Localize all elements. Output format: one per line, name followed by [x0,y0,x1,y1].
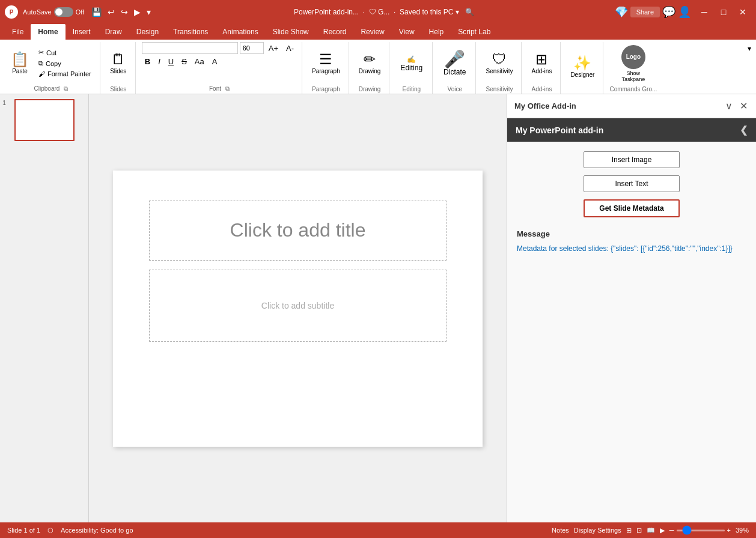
ribbon-expand[interactable]: ▾ [745,42,754,94]
sensitivity-group: 🛡 Sensitivity Sensitivity [477,42,522,94]
minimize-button[interactable]: ─ [696,4,713,20]
aa-button[interactable]: Aa [192,56,207,67]
editing-group-content: ✍ Editing [395,42,427,85]
tab-insert[interactable]: Insert [66,24,98,40]
user-icon[interactable]: 👤 [678,5,691,19]
get-slide-metadata-button[interactable]: Get Slide Metadata [584,199,680,217]
designer-button[interactable]: ✨ Designer [567,53,598,80]
font-expand[interactable]: ⧉ [225,85,230,92]
editing-group-label: Editing [402,85,421,94]
font-name-select[interactable] [142,42,238,54]
task-pane-header: My Office Add-in ∨ ✕ [507,94,756,118]
autosave-label: AutoSave [23,8,52,16]
sensitivity-icon: 🛡 [492,52,507,67]
undo-icon[interactable]: ↩ [105,6,117,18]
italic-button[interactable]: I [155,56,163,67]
save-icon[interactable]: 💾 [89,6,104,18]
tab-draw[interactable]: Draw [98,24,129,40]
tab-design[interactable]: Design [129,24,166,40]
drawing-group: ✏ Drawing Drawing [350,42,390,94]
task-pane: My Office Add-in ∨ ✕ My PowerPoint add-i… [507,94,756,522]
reading-view-button[interactable]: 📖 [647,527,655,534]
tab-transitions[interactable]: Transitions [166,24,215,40]
paragraph-button[interactable]: ☰ Paragraph [308,50,344,77]
task-pane-sidebar-collapse[interactable]: ❮ [740,124,748,136]
cut-button[interactable]: ✂ Cut [35,47,95,58]
format-painter-button[interactable]: 🖌 Format Painter [35,69,95,79]
voice-group-label: Voice [448,85,462,94]
insert-image-button[interactable]: Insert Image [584,151,680,168]
editing-button[interactable]: ✍ Editing [395,53,427,74]
autosave-toggle[interactable] [54,7,73,17]
slide-info: Slide 1 of 1 [7,527,40,534]
zoom-slider[interactable] [677,530,725,531]
copy-button[interactable]: ⧉ Copy [35,58,95,68]
display-settings-button[interactable]: Display Settings [574,527,621,534]
task-pane-close-button[interactable]: ✕ [739,99,749,113]
underline-button[interactable]: U [165,56,177,67]
comment-icon[interactable]: 💬 [662,5,675,19]
bold-button[interactable]: B [142,56,153,67]
slide-1-thumbnail[interactable] [14,99,75,141]
decrease-font-button[interactable]: A- [283,43,297,54]
slides-button[interactable]: 🗒 Slides [106,50,130,77]
slide-1-container: 1 [2,99,86,141]
tab-record[interactable]: Record [316,24,354,40]
zoom-in-button[interactable]: + [727,527,731,534]
search-icon[interactable]: 🔍 [465,8,474,16]
increase-font-button[interactable]: A+ [266,43,281,54]
tab-review[interactable]: Review [353,24,391,40]
tab-view[interactable]: View [392,24,422,40]
main-area: 1 Click to add title Click to add subtit… [0,94,756,522]
more-icon[interactable]: ▾ [144,6,153,18]
tab-help[interactable]: Help [422,24,451,40]
slide-title-placeholder[interactable]: Click to add title [149,201,447,261]
slide-sorter-button[interactable]: ⊡ [636,527,642,534]
strikethrough-button[interactable]: S [178,56,190,67]
close-button[interactable]: ✕ [734,4,751,20]
dropdown-icon[interactable]: ▾ [456,8,459,16]
font-color-button[interactable]: A [209,56,221,67]
font-group: A+ A- B I U S Aa A Font ⧉ [137,42,302,94]
designer-icon: ✨ [573,56,591,70]
restore-button[interactable]: □ [715,4,732,20]
ribbon: File Home Insert Draw Design Transitions… [0,24,756,94]
task-pane-collapse-button[interactable]: ∨ [724,99,734,113]
share-icon[interactable]: Share [630,7,660,17]
slideshow-button[interactable]: ▶ [660,527,665,534]
slides-icon: 🗒 [111,52,126,67]
accessibility-status: Accessibility: Good to go [61,527,133,534]
tab-animations[interactable]: Animations [215,24,265,40]
zoom-level[interactable]: 39% [736,527,749,534]
zoom-out-button[interactable]: ─ [669,527,674,534]
font-format-row: B I U S Aa A [142,56,221,67]
addins-group: ⊞ Add-ins Add-ins [523,42,561,94]
drawing-button[interactable]: ✏ Drawing [355,50,385,77]
status-icon: ⬡ [47,527,53,534]
tab-slideshow[interactable]: Slide Show [266,24,316,40]
editing-group: ✍ Editing Editing [391,42,433,94]
redo-icon[interactable]: ↪ [118,6,130,18]
status-bar-right: Notes Display Settings ⊞ ⊡ 📖 ▶ ─ + 39% [552,527,749,534]
normal-view-button[interactable]: ⊞ [626,527,632,534]
tab-home[interactable]: Home [31,24,65,40]
drawing-icon: ✏ [364,52,376,67]
cut-label: Cut [46,49,56,56]
font-size-input[interactable] [240,42,264,54]
present-icon[interactable]: ▶ [132,6,143,18]
tab-file[interactable]: File [5,24,31,40]
slide-subtitle-placeholder[interactable]: Click to add subtitle [149,270,447,342]
tab-scriptlab[interactable]: Script Lab [451,24,498,40]
notes-button[interactable]: Notes [552,527,569,534]
sensitivity-button[interactable]: 🛡 Sensitivity [482,50,516,77]
paste-button[interactable]: 📋 Paste [7,50,32,77]
show-taskpane-button[interactable]: Logo Show Taskpane [618,43,649,85]
clipboard-expand[interactable]: ⧉ [64,85,68,92]
insert-text-button[interactable]: Insert Text [584,175,680,192]
status-bar-left: Slide 1 of 1 ⬡ Accessibility: Good to go [7,527,133,534]
addins-button[interactable]: ⊞ Add-ins [528,50,555,77]
dictate-button[interactable]: 🎤 Dictate [439,49,471,79]
designer-group: ✨ Designer [562,42,603,94]
slide-canvas[interactable]: Click to add title Click to add subtitle [113,171,483,447]
copy-label: Copy [46,60,61,67]
